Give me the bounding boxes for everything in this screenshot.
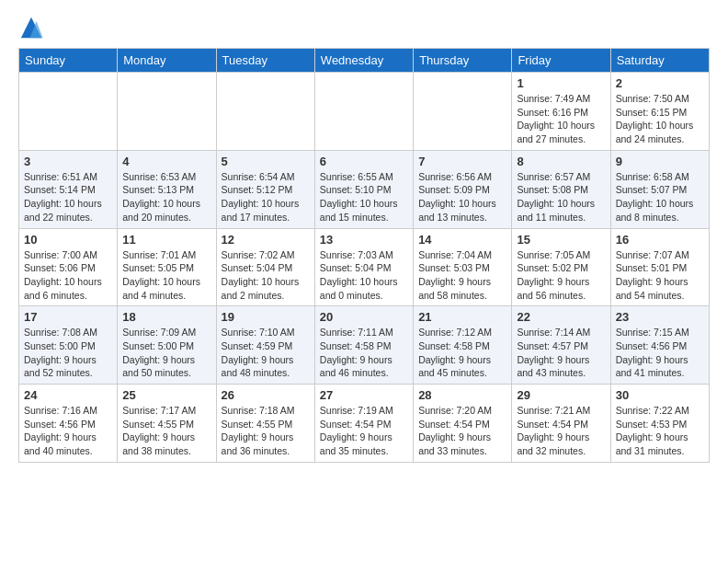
day-number: 4 (122, 155, 210, 168)
calendar-cell: 20Sunrise: 7:11 AM Sunset: 4:58 PM Dayli… (314, 306, 413, 385)
day-number: 5 (222, 155, 310, 168)
day-number: 23 (616, 310, 704, 324)
day-number: 3 (24, 155, 112, 168)
weekday-header: Sunday (19, 49, 118, 73)
day-number: 30 (616, 388, 704, 402)
calendar-cell: 12Sunrise: 7:02 AM Sunset: 5:04 PM Dayli… (216, 228, 314, 306)
day-info: Sunrise: 6:51 AM Sunset: 5:14 PM Dayligh… (24, 170, 112, 224)
header-row (18, 15, 710, 40)
weekday-header: Friday (512, 49, 610, 73)
day-number: 2 (616, 76, 704, 90)
day-info: Sunrise: 6:56 AM Sunset: 5:09 PM Dayligh… (418, 170, 506, 224)
calendar-cell (414, 73, 512, 151)
day-info: Sunrise: 6:54 AM Sunset: 5:12 PM Dayligh… (222, 170, 310, 224)
day-number: 15 (517, 233, 605, 247)
day-info: Sunrise: 7:03 AM Sunset: 5:04 PM Dayligh… (320, 248, 408, 303)
day-number: 24 (24, 388, 112, 402)
day-number: 10 (24, 233, 112, 247)
day-number: 27 (320, 388, 408, 402)
weekday-header-row: SundayMondayTuesdayWednesdayThursdayFrid… (19, 49, 710, 73)
day-info: Sunrise: 7:14 AM Sunset: 4:57 PM Dayligh… (517, 326, 605, 380)
calendar-cell: 5Sunrise: 6:54 AM Sunset: 5:12 PM Daylig… (216, 150, 314, 228)
day-number: 11 (122, 233, 210, 247)
day-number: 16 (616, 233, 704, 247)
day-info: Sunrise: 7:04 AM Sunset: 5:03 PM Dayligh… (418, 248, 506, 303)
weekday-header: Thursday (414, 49, 512, 73)
calendar-cell: 14Sunrise: 7:04 AM Sunset: 5:03 PM Dayli… (414, 228, 512, 306)
calendar-cell: 25Sunrise: 7:17 AM Sunset: 4:55 PM Dayli… (118, 385, 216, 463)
day-info: Sunrise: 7:00 AM Sunset: 5:06 PM Dayligh… (24, 248, 112, 303)
day-info: Sunrise: 7:49 AM Sunset: 6:16 PM Dayligh… (517, 92, 605, 146)
day-number: 25 (122, 388, 210, 402)
week-row: 1Sunrise: 7:49 AM Sunset: 6:16 PM Daylig… (19, 73, 710, 151)
calendar-cell: 22Sunrise: 7:14 AM Sunset: 4:57 PM Dayli… (512, 306, 610, 385)
day-number: 14 (418, 233, 506, 247)
day-number: 19 (222, 310, 310, 324)
calendar-table: SundayMondayTuesdayWednesdayThursdayFrid… (18, 48, 710, 463)
day-number: 12 (222, 233, 310, 247)
day-number: 26 (222, 388, 310, 402)
calendar-cell: 3Sunrise: 6:51 AM Sunset: 5:14 PM Daylig… (19, 150, 118, 228)
day-info: Sunrise: 7:11 AM Sunset: 4:58 PM Dayligh… (320, 326, 408, 380)
day-info: Sunrise: 7:05 AM Sunset: 5:02 PM Dayligh… (517, 248, 605, 303)
weekday-header: Tuesday (216, 49, 314, 73)
calendar-cell: 18Sunrise: 7:09 AM Sunset: 5:00 PM Dayli… (118, 306, 216, 385)
day-number: 18 (122, 310, 210, 324)
day-info: Sunrise: 7:08 AM Sunset: 5:00 PM Dayligh… (24, 326, 112, 380)
day-info: Sunrise: 7:17 AM Sunset: 4:55 PM Dayligh… (122, 404, 210, 458)
calendar-cell: 21Sunrise: 7:12 AM Sunset: 4:58 PM Dayli… (414, 306, 512, 385)
calendar-cell (314, 73, 413, 151)
page-container: SundayMondayTuesdayWednesdayThursdayFrid… (0, 0, 728, 477)
day-number: 28 (418, 388, 506, 402)
calendar-cell: 10Sunrise: 7:00 AM Sunset: 5:06 PM Dayli… (19, 228, 118, 306)
calendar-cell: 24Sunrise: 7:16 AM Sunset: 4:56 PM Dayli… (19, 385, 118, 463)
logo (18, 15, 48, 40)
week-row: 17Sunrise: 7:08 AM Sunset: 5:00 PM Dayli… (19, 306, 710, 385)
day-info: Sunrise: 7:15 AM Sunset: 4:56 PM Dayligh… (616, 326, 704, 380)
calendar-cell: 30Sunrise: 7:22 AM Sunset: 4:53 PM Dayli… (610, 385, 709, 463)
day-number: 22 (517, 310, 605, 324)
week-row: 24Sunrise: 7:16 AM Sunset: 4:56 PM Dayli… (19, 385, 710, 463)
day-info: Sunrise: 6:53 AM Sunset: 5:13 PM Dayligh… (122, 170, 210, 224)
weekday-header: Monday (118, 49, 216, 73)
day-number: 17 (24, 310, 112, 324)
calendar-cell (19, 73, 118, 151)
day-info: Sunrise: 6:55 AM Sunset: 5:10 PM Dayligh… (320, 170, 408, 224)
day-info: Sunrise: 7:21 AM Sunset: 4:54 PM Dayligh… (517, 404, 605, 458)
calendar-cell: 11Sunrise: 7:01 AM Sunset: 5:05 PM Dayli… (118, 228, 216, 306)
day-info: Sunrise: 7:22 AM Sunset: 4:53 PM Dayligh… (616, 404, 704, 458)
calendar-cell: 15Sunrise: 7:05 AM Sunset: 5:02 PM Dayli… (512, 228, 610, 306)
calendar-cell (118, 73, 216, 151)
calendar-cell: 16Sunrise: 7:07 AM Sunset: 5:01 PM Dayli… (610, 228, 709, 306)
calendar-cell: 7Sunrise: 6:56 AM Sunset: 5:09 PM Daylig… (414, 150, 512, 228)
calendar-cell: 29Sunrise: 7:21 AM Sunset: 4:54 PM Dayli… (512, 385, 610, 463)
day-info: Sunrise: 7:02 AM Sunset: 5:04 PM Dayligh… (222, 248, 310, 303)
weekday-header: Saturday (610, 49, 709, 73)
week-row: 3Sunrise: 6:51 AM Sunset: 5:14 PM Daylig… (19, 150, 710, 228)
day-number: 7 (418, 155, 506, 168)
calendar-cell: 19Sunrise: 7:10 AM Sunset: 4:59 PM Dayli… (216, 306, 314, 385)
calendar-cell: 27Sunrise: 7:19 AM Sunset: 4:54 PM Dayli… (314, 385, 413, 463)
calendar-cell (216, 73, 314, 151)
day-info: Sunrise: 6:57 AM Sunset: 5:08 PM Dayligh… (517, 170, 605, 224)
logo-icon (18, 15, 44, 40)
calendar-cell: 13Sunrise: 7:03 AM Sunset: 5:04 PM Dayli… (314, 228, 413, 306)
day-info: Sunrise: 7:18 AM Sunset: 4:55 PM Dayligh… (222, 404, 310, 458)
calendar-cell: 2Sunrise: 7:50 AM Sunset: 6:15 PM Daylig… (610, 73, 709, 151)
calendar-cell: 6Sunrise: 6:55 AM Sunset: 5:10 PM Daylig… (314, 150, 413, 228)
day-info: Sunrise: 7:19 AM Sunset: 4:54 PM Dayligh… (320, 404, 408, 458)
calendar-cell: 17Sunrise: 7:08 AM Sunset: 5:00 PM Dayli… (19, 306, 118, 385)
day-info: Sunrise: 7:12 AM Sunset: 4:58 PM Dayligh… (418, 326, 506, 380)
day-number: 6 (320, 155, 408, 168)
day-number: 1 (517, 76, 605, 90)
day-info: Sunrise: 7:10 AM Sunset: 4:59 PM Dayligh… (222, 326, 310, 380)
day-number: 20 (320, 310, 408, 324)
week-row: 10Sunrise: 7:00 AM Sunset: 5:06 PM Dayli… (19, 228, 710, 306)
calendar-header: SundayMondayTuesdayWednesdayThursdayFrid… (19, 49, 710, 73)
day-number: 8 (517, 155, 605, 168)
calendar-cell: 4Sunrise: 6:53 AM Sunset: 5:13 PM Daylig… (118, 150, 216, 228)
day-number: 21 (418, 310, 506, 324)
day-info: Sunrise: 7:01 AM Sunset: 5:05 PM Dayligh… (122, 248, 210, 303)
calendar-cell: 26Sunrise: 7:18 AM Sunset: 4:55 PM Dayli… (216, 385, 314, 463)
calendar-cell: 8Sunrise: 6:57 AM Sunset: 5:08 PM Daylig… (512, 150, 610, 228)
